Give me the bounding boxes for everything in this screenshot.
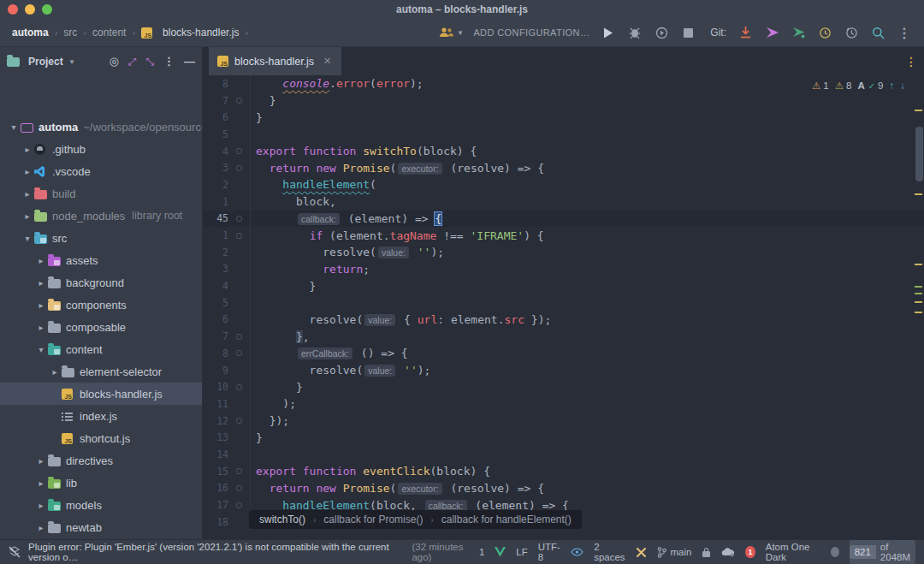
code-line[interactable]: 13} bbox=[203, 429, 924, 446]
line-number[interactable]: 15 bbox=[203, 466, 228, 478]
tree-item-content[interactable]: ▾content bbox=[0, 338, 202, 360]
chevron-right-icon[interactable]: ▸ bbox=[34, 478, 48, 488]
tree-item--vscode[interactable]: ▸.vscode bbox=[0, 160, 202, 182]
error-stripe[interactable] bbox=[912, 75, 924, 539]
fold-marker-icon[interactable] bbox=[228, 480, 251, 497]
tree-item-assets[interactable]: ▸assets bbox=[0, 249, 202, 271]
fold-marker-icon[interactable] bbox=[228, 227, 251, 244]
line-number[interactable]: 7 bbox=[203, 95, 228, 107]
line-number[interactable]: 12 bbox=[203, 415, 228, 427]
code-line[interactable]: 6} bbox=[203, 109, 924, 126]
run-button[interactable] bbox=[601, 25, 616, 40]
line-number[interactable]: 18 bbox=[203, 516, 228, 528]
tree-item-index-js[interactable]: index.js bbox=[0, 405, 202, 427]
line-number[interactable]: 6 bbox=[203, 111, 228, 123]
line-number[interactable]: 8 bbox=[203, 347, 228, 359]
line-number[interactable]: 3 bbox=[203, 263, 228, 275]
code-line[interactable]: 11 ); bbox=[203, 395, 924, 413]
status-lock-icon[interactable] bbox=[702, 547, 711, 558]
line-number[interactable]: 2 bbox=[203, 246, 228, 258]
chevron-right-icon[interactable]: ▸ bbox=[21, 189, 34, 199]
code-line[interactable]: 2 resolve(value: ''); bbox=[203, 244, 924, 261]
code-line[interactable]: 45 callback: (element) => { bbox=[203, 211, 924, 228]
next-problem-arrow-icon[interactable]: ↓ bbox=[900, 80, 905, 91]
line-number[interactable]: 10 bbox=[203, 381, 228, 393]
stripe-mark[interactable] bbox=[915, 293, 922, 294]
code-line[interactable]: 8 errCallback: () => { bbox=[203, 345, 924, 362]
chevron-right-icon[interactable]: ▸ bbox=[34, 456, 48, 466]
tree-item-build[interactable]: ▸build bbox=[0, 182, 202, 205]
status-item-atom-one-dark[interactable]: Atom One Dark bbox=[766, 542, 820, 562]
tab-close-icon[interactable]: ✕ bbox=[323, 56, 331, 67]
fold-marker-icon[interactable] bbox=[228, 143, 251, 160]
inspections-widget[interactable]: ⚠1 ⚠8 A✓9 ↑ ↓ bbox=[812, 80, 905, 92]
code-line[interactable]: 5 bbox=[203, 126, 924, 143]
stop-button[interactable] bbox=[680, 25, 696, 40]
line-number[interactable]: 4 bbox=[203, 280, 228, 292]
add-configuration-button[interactable]: ADD CONFIGURATION… bbox=[473, 27, 589, 38]
line-number[interactable]: 1 bbox=[203, 196, 228, 208]
code-line[interactable]: 1 if (element.tagName !== 'IFRAME') { bbox=[203, 227, 924, 244]
tab-list-kebab-icon[interactable]: ⋮ bbox=[905, 55, 917, 68]
code-line[interactable]: 1 block, bbox=[203, 193, 924, 211]
local-history-icon[interactable] bbox=[817, 25, 832, 40]
panel-options-kebab-icon[interactable]: ⋮ bbox=[163, 55, 175, 68]
stripe-mark[interactable] bbox=[915, 193, 922, 195]
fold-marker-icon[interactable] bbox=[228, 345, 251, 362]
code-line[interactable]: 4 } bbox=[203, 277, 924, 294]
status-item-1[interactable]: 1 bbox=[479, 547, 484, 557]
code-editor[interactable]: 8 console.error(error);7 }6}54export fun… bbox=[203, 75, 924, 539]
line-number[interactable]: 2 bbox=[203, 179, 228, 191]
line-number[interactable]: 9 bbox=[203, 365, 228, 377]
stripe-mark[interactable] bbox=[915, 110, 922, 111]
line-number[interactable]: 1 bbox=[203, 229, 228, 241]
line-number[interactable]: 14 bbox=[203, 448, 228, 460]
tree-item-node-modules[interactable]: ▸node_moduleslibrary root bbox=[0, 205, 202, 227]
fold-marker-icon[interactable] bbox=[228, 463, 251, 480]
locate-file-icon[interactable]: ◎ bbox=[109, 55, 118, 68]
tree-item-blocks-handler-js[interactable]: JSblocks-handler.js bbox=[0, 383, 202, 405]
status-vue-icon[interactable] bbox=[495, 547, 506, 557]
chevron-down-icon[interactable]: ▾ bbox=[70, 57, 74, 66]
tree-item-newtab[interactable]: ▸newtab bbox=[0, 516, 202, 538]
fold-marker-icon[interactable] bbox=[228, 159, 251, 176]
fold-marker-icon[interactable] bbox=[228, 92, 251, 110]
tree-item-background[interactable]: ▸background bbox=[0, 271, 202, 294]
hide-panel-icon[interactable]: — bbox=[184, 55, 195, 68]
breadcrumb-item[interactable]: blocks-handler.js bbox=[163, 27, 239, 39]
fold-marker-icon[interactable] bbox=[228, 413, 251, 430]
line-number[interactable]: 6 bbox=[203, 313, 228, 325]
tree-item-composable[interactable]: ▸composable bbox=[0, 316, 202, 338]
context-breadcrumb-item[interactable]: switchTo() bbox=[259, 514, 305, 525]
line-number[interactable]: 17 bbox=[203, 499, 228, 511]
scrollbar-thumb[interactable] bbox=[915, 127, 923, 181]
toolbar-kebab-icon[interactable]: ⋮ bbox=[897, 25, 912, 40]
chevron-right-icon[interactable]: ▸ bbox=[34, 300, 48, 310]
project-panel-title[interactable]: Project bbox=[28, 56, 63, 68]
tree-item-automa[interactable]: ▾automa~/workspace/opensource/ bbox=[0, 116, 202, 138]
status-item-utf-8[interactable]: UTF-8 bbox=[538, 542, 560, 562]
code-line[interactable]: 7 }, bbox=[203, 328, 924, 345]
stripe-mark[interactable] bbox=[915, 312, 922, 313]
prev-problem-arrow-icon[interactable]: ↑ bbox=[890, 80, 895, 91]
chevron-right-icon[interactable]: ▸ bbox=[21, 145, 34, 154]
line-number[interactable]: 5 bbox=[203, 128, 228, 140]
git-merge-icon[interactable] bbox=[791, 25, 806, 40]
tree-item-models[interactable]: ▸models bbox=[0, 494, 202, 516]
git-update-icon[interactable] bbox=[737, 25, 753, 40]
line-number[interactable]: 5 bbox=[203, 297, 228, 309]
stripe-mark[interactable] bbox=[915, 264, 922, 265]
git-push-icon[interactable] bbox=[764, 25, 779, 40]
line-number[interactable]: 45 bbox=[203, 212, 228, 224]
status-tools-icon[interactable] bbox=[636, 547, 647, 558]
code-line[interactable]: 5 bbox=[203, 294, 924, 312]
code-line[interactable]: 2 handleElement( bbox=[203, 176, 924, 193]
run-with-coverage-icon[interactable] bbox=[654, 25, 669, 40]
code-line[interactable]: 3 return new Promise(executor: (resolve)… bbox=[203, 159, 924, 176]
tree-item-lib[interactable]: ▸lib bbox=[0, 472, 202, 494]
expand-all-icon[interactable]: ⤢ bbox=[128, 56, 137, 68]
git-branch-widget[interactable]: main bbox=[657, 547, 691, 558]
chevron-right-icon[interactable]: ▸ bbox=[34, 523, 48, 532]
line-number[interactable]: 3 bbox=[203, 162, 228, 174]
fold-marker-icon[interactable] bbox=[228, 378, 251, 395]
